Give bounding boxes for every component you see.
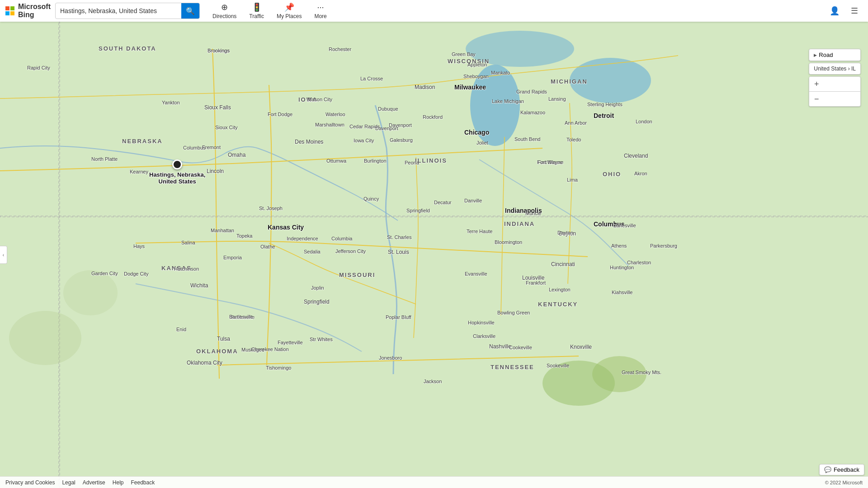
chevron-left-icon: ‹ xyxy=(3,253,4,258)
pin-label: Hastings, Nebraska, United States xyxy=(149,171,205,185)
zoom-out-icon: − xyxy=(814,95,819,103)
logo[interactable]: Microsoft Bing xyxy=(5,5,46,17)
header-right: 👤 ☰ xyxy=(826,3,868,19)
nav-buttons: ⊕ Directions 🚦 Traffic 📌 My Places ··· M… xyxy=(207,0,332,22)
traffic-label: Traffic xyxy=(249,13,264,19)
search-button[interactable]: 🔍 xyxy=(181,3,199,19)
account-icon: 👤 xyxy=(830,6,840,16)
zoom-controls: + − xyxy=(809,76,861,107)
traffic-icon: 🚦 xyxy=(252,2,262,12)
search-bar[interactable]: 🔍 xyxy=(55,3,200,19)
directions-icon: ⊕ xyxy=(221,2,228,12)
bing-logo-text: Microsoft Bing xyxy=(18,3,51,19)
svg-point-2 xyxy=(466,31,574,67)
search-icon: 🔍 xyxy=(186,7,195,15)
header: Microsoft Bing 🔍 ⊕ Directions 🚦 Traffic … xyxy=(0,0,868,22)
microsoft-logo-icon xyxy=(5,6,14,15)
zoom-in-icon: + xyxy=(814,80,819,88)
svg-point-7 xyxy=(542,361,615,406)
zoom-in-button[interactable]: + xyxy=(809,77,824,91)
feedback-button[interactable]: 💬 Feedback xyxy=(819,464,864,475)
my-places-label: My Places xyxy=(277,13,302,19)
road-view-button[interactable]: Road xyxy=(809,49,861,61)
feedback-label: Feedback xyxy=(834,466,859,473)
copyright: © 2022 Microsoft xyxy=(825,480,863,485)
pin-circle xyxy=(172,160,182,169)
more-label: More xyxy=(314,13,326,19)
location-text: United States › IL xyxy=(814,66,856,72)
traffic-button[interactable]: 🚦 Traffic xyxy=(244,0,269,22)
footer-feedback-link[interactable]: Feedback xyxy=(131,479,155,486)
map-pin: Hastings, Nebraska, United States xyxy=(149,160,205,185)
menu-icon: ☰ xyxy=(851,6,858,16)
directions-label: Directions xyxy=(212,13,236,19)
road-label: Road xyxy=(819,52,833,58)
svg-point-3 xyxy=(570,58,651,103)
location-breadcrumb[interactable]: United States › IL xyxy=(809,63,861,75)
privacy-link[interactable]: Privacy and Cookies xyxy=(5,479,55,486)
map[interactable]: NEBRASKAIOWAILLINOISINDIANAOHIOMISSOURIK… xyxy=(0,22,868,488)
svg-point-9 xyxy=(63,270,118,315)
search-input[interactable] xyxy=(56,3,181,19)
svg-point-1 xyxy=(470,65,520,146)
feedback-icon: 💬 xyxy=(824,466,831,473)
my-places-button[interactable]: 📌 My Places xyxy=(271,0,307,22)
advertise-link[interactable]: Advertise xyxy=(83,479,105,486)
more-button[interactable]: ··· More xyxy=(309,0,332,22)
zoom-out-button[interactable]: − xyxy=(809,92,824,106)
more-icon: ··· xyxy=(317,3,324,12)
help-link[interactable]: Help xyxy=(113,479,124,486)
map-controls: Road United States › IL + − xyxy=(809,49,861,107)
svg-point-8 xyxy=(9,311,81,365)
logo-area: Microsoft Bing xyxy=(0,0,52,22)
sidebar-toggle[interactable]: ‹ xyxy=(0,246,7,264)
account-button[interactable]: 👤 xyxy=(826,3,843,19)
menu-button[interactable]: ☰ xyxy=(846,3,863,19)
legal-link[interactable]: Legal xyxy=(62,479,75,486)
my-places-icon: 📌 xyxy=(284,2,294,12)
directions-button[interactable]: ⊕ Directions xyxy=(207,0,242,22)
svg-rect-0 xyxy=(0,22,868,488)
bottom-bar: Privacy and Cookies Legal Advertise Help… xyxy=(0,476,868,488)
